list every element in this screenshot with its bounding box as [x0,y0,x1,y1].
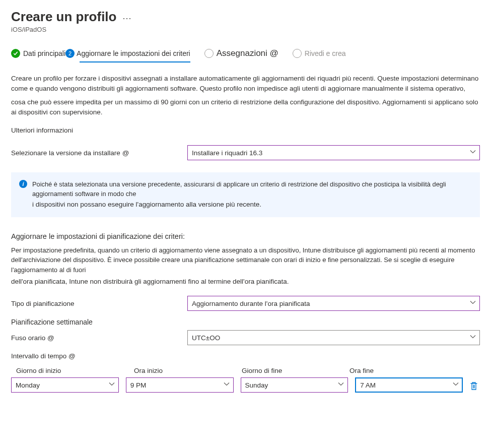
start-day-header: Giorno di inizio [11,367,122,374]
schedule-desc1: Per impostazione predefinita, quando un … [11,245,480,275]
tab-review-label: Rivedi e crea [305,49,346,57]
version-select[interactable]: Installare i riquadri 16.3 [187,145,480,160]
tab-assign-label: Assegnazioni @ [217,48,278,58]
end-time-select[interactable]: 7 AM [355,377,463,393]
version-label: Selezionare la versione da installare @ [11,149,187,157]
start-time-header: Ora inizio [129,367,230,374]
end-time-value: 7 AM [360,381,376,389]
schedule-heading: Aggiornare le impostazioni di pianificaz… [11,232,480,240]
timezone-select[interactable]: UTC±OO [187,330,480,345]
wizard-steps: Dati principali 2 Aggiornare le impostaz… [11,46,480,62]
schedule-type-select[interactable]: Aggiornamento durante l'ora pianificata [187,296,480,311]
time-window-row: Monday 9 PM Sunday 7 AM [11,377,480,393]
step-3-icon [204,49,214,58]
tab-assignments[interactable]: Assegnazioni @ [204,46,278,62]
learn-more-link[interactable]: Ulteriori informazioni [11,126,480,134]
tab-review[interactable]: Rivedi e crea [293,47,346,62]
end-day-select[interactable]: Sunday [241,377,348,393]
intro-line1: Creare un profilo per forzare i disposit… [11,74,480,94]
more-actions-icon[interactable]: ⋯ [120,13,131,24]
start-day-value: Monday [16,381,40,389]
info-text2: i dispositivi non possano eseguire l'agg… [32,200,472,210]
info-icon: i [19,180,27,188]
info-callout: i Poiché è stata selezionata una version… [11,172,480,217]
delete-row-button[interactable] [470,381,480,393]
end-time-header: Ora fine [344,367,445,374]
tab-basics[interactable]: Dati principali [11,47,65,62]
time-window-label: Intervallo di tempo @ [11,352,480,360]
step-4-icon [293,49,302,58]
check-icon [11,49,20,58]
weekly-schedule-label: Pianificazione settimanale [11,318,480,326]
schedule-type-label: Tipo di pianificazione [11,300,187,307]
intro-line2: cosa che può essere impedita per un mass… [11,97,480,118]
info-text1: Poiché è stata selezionata una versione … [32,180,446,198]
page-subtitle: iOS/iPadOS [11,26,480,33]
page-title: Creare un profilo [11,9,116,25]
timezone-label: Fuso orario @ [11,334,187,342]
schedule-desc: Per impostazione predefinita, quando un … [11,245,480,287]
intro-text: Creare un profilo per forzare i disposit… [11,74,480,117]
tab-update-settings[interactable]: 2 Aggiornare le impostazioni dei criteri [80,47,190,62]
end-day-value: Sunday [245,381,268,389]
tab-basics-label: Dati principali [23,49,65,57]
step-2-icon: 2 [65,49,75,58]
start-time-select[interactable]: 9 PM [126,377,234,393]
tab-update-label: Aggiornare le impostazioni dei criteri [77,49,190,57]
start-time-value: 9 PM [130,381,147,389]
start-day-select[interactable]: Monday [11,377,119,393]
schedule-type-value: Aggiornamento durante l'ora pianificata [192,300,310,307]
end-day-header: Giorno di fine [237,367,337,374]
timezone-value: UTC±OO [192,334,220,342]
time-window-headers: Giorno di inizio Ora inizio Giorno di fi… [11,367,480,374]
version-value: Installare i riquadri 16.3 [192,149,262,157]
schedule-desc2: dell'ora pianificata, Intune non distrib… [11,277,480,287]
